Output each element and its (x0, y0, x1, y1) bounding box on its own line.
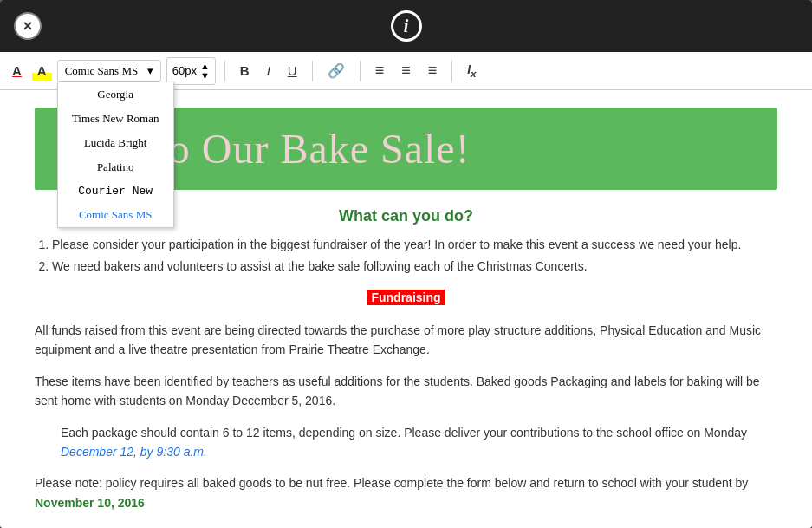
font-option-lucida[interactable]: Lucida Bright (58, 131, 173, 155)
link-button[interactable]: 🔗 (322, 59, 351, 82)
toolbar-divider-4 (451, 61, 452, 81)
dropdown-arrow-icon: ▾ (147, 64, 153, 77)
unordered-list-button[interactable]: ≡ (395, 58, 417, 83)
modal-header: × i (0, 0, 812, 52)
fundraising-label-container: Fundraising (35, 290, 777, 312)
toolbar-divider-2 (312, 61, 313, 81)
text-highlight-button[interactable]: A (32, 60, 52, 81)
para4-prefix: Please note: policy requires all baked g… (35, 476, 748, 490)
font-selector-button[interactable]: Comic Sans MS ▾ (57, 60, 161, 82)
bold-button[interactable]: B (234, 60, 256, 81)
font-selector[interactable]: Comic Sans MS ▾ Georgia Times New Roman … (57, 60, 161, 82)
body-para-1: All funds raised from this event are bei… (35, 321, 777, 360)
font-dropdown: Georgia Times New Roman Lucida Bright Pa… (57, 82, 174, 228)
body-para-4: Please note: policy requires all baked g… (35, 473, 777, 512)
font-option-palatino[interactable]: Palatino (58, 155, 173, 179)
toolbar: A A Comic Sans MS ▾ Georgia Times New Ro… (0, 52, 812, 90)
italic-button[interactable]: I (261, 60, 276, 81)
align-button[interactable]: ≡ (422, 58, 444, 83)
modal-window: × i A A Comic Sans MS ▾ Georgia Times Ne… (0, 0, 812, 528)
fundraising-label: Fundraising (367, 290, 444, 305)
font-option-comicsans[interactable]: Comic Sans MS (58, 203, 173, 227)
font-option-courier[interactable]: Courier New (58, 179, 173, 203)
font-color-button[interactable]: A (7, 60, 27, 81)
para3-date: December 12, by 9:30 a.m. (61, 445, 207, 459)
ordered-list-button[interactable]: ≡ (369, 58, 391, 83)
font-size-selector[interactable]: 60px ▲▼ (166, 57, 216, 85)
list-item-1: Please consider your participation in th… (52, 236, 777, 254)
clear-format-button[interactable]: Ix (461, 59, 482, 82)
size-stepper-icon: ▲▼ (200, 62, 210, 81)
para4-date: November 10, 2016 (35, 496, 145, 510)
info-icon: i (391, 10, 422, 42)
list-item-2: We need bakers and volunteers to assist … (52, 257, 777, 276)
participation-list: Please consider your participation in th… (52, 236, 777, 276)
toolbar-divider-1 (224, 61, 225, 81)
para3-prefix: Each package should contain 6 to 12 item… (61, 426, 747, 440)
body-para-2: These items have been identified by teac… (35, 372, 777, 411)
body-para-3: Each package should contain 6 to 12 item… (61, 423, 777, 462)
toolbar-divider-3 (360, 61, 361, 81)
font-option-georgia[interactable]: Georgia (58, 82, 173, 107)
font-option-times[interactable]: Times New Roman (58, 107, 173, 131)
underline-button[interactable]: U (282, 60, 303, 81)
close-button[interactable]: × (14, 12, 42, 40)
